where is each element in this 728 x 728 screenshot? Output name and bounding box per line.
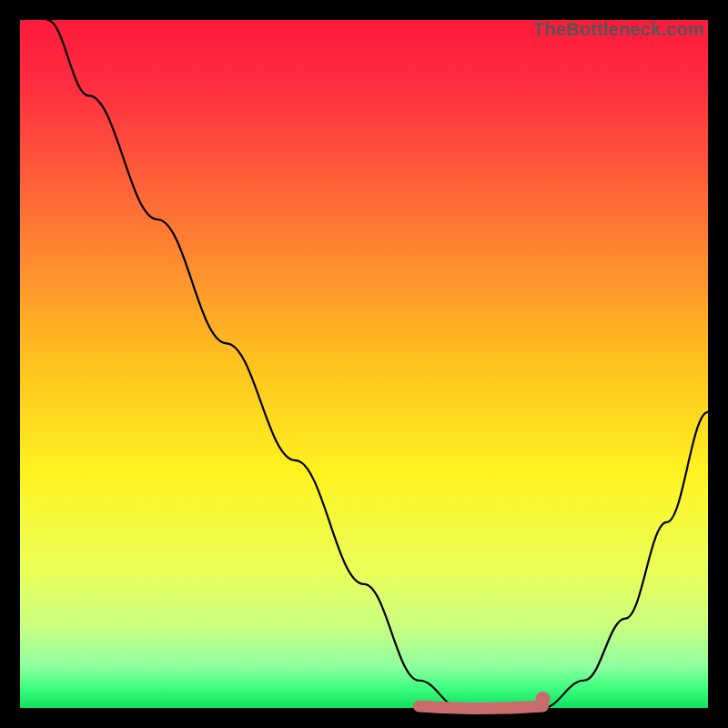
plot-area: TheBottleneck.com [20,20,708,708]
chart-frame: TheBottleneck.com [0,0,728,728]
trough-marker [419,706,542,709]
chart-svg [20,20,708,708]
bottleneck-curve [47,20,708,708]
trough-dot [536,692,551,706]
